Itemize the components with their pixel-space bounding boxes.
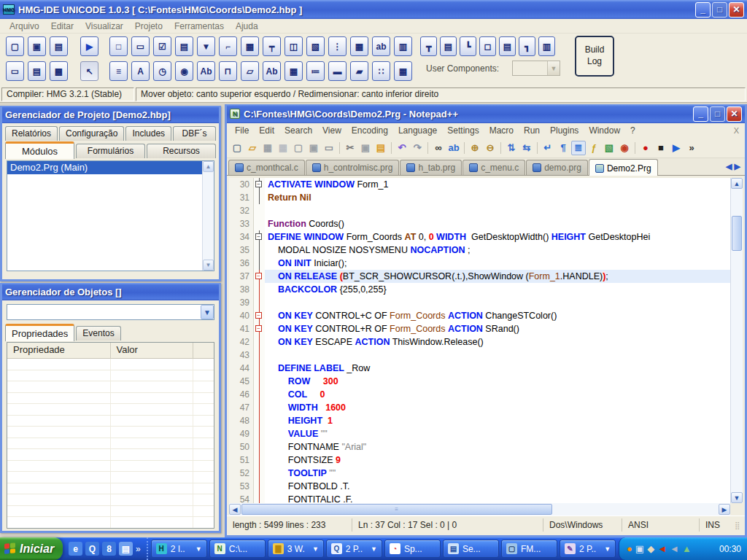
project-manager-titlebar[interactable]: Gerenciador de Projeto [Demo2.hbp] bbox=[2, 106, 219, 123]
resize-grip[interactable]: ⣿ bbox=[735, 521, 741, 529]
task-paint-group[interactable]: ✎2 P..▼ bbox=[560, 540, 616, 558]
zoom-in-icon[interactable]: ⊕ bbox=[468, 141, 482, 155]
menu-item-view[interactable]: View bbox=[317, 125, 347, 136]
copy-icon[interactable]: ▣ bbox=[358, 141, 373, 155]
doc-tab-demo.prg[interactable]: demo.prg bbox=[526, 160, 588, 175]
modules-listbox[interactable]: Demo2.Prg (Main) ▲ ▼ bbox=[7, 160, 214, 271]
code-line-32[interactable]: 32 bbox=[229, 204, 730, 217]
code-line-46[interactable]: 46 COL 0 bbox=[229, 388, 730, 401]
menu-item-encoding[interactable]: Encoding bbox=[347, 125, 393, 136]
object-selector-combo[interactable]: ▼ bbox=[7, 304, 214, 320]
hscroll-thumb[interactable]: ≡ bbox=[241, 504, 552, 515]
combobox-control-button[interactable]: ▼ bbox=[197, 36, 215, 56]
code-line-49[interactable]: 49 VALUE "" bbox=[229, 427, 730, 440]
run-project-button[interactable]: ▶ bbox=[80, 36, 98, 56]
scroll-up-icon[interactable]: ▲ bbox=[731, 178, 743, 189]
minimize-button[interactable]: _ bbox=[695, 2, 711, 18]
textbox-ab-control-button[interactable]: Ab bbox=[197, 61, 215, 81]
code-line-50[interactable]: 50 FONTNAME "Arial" bbox=[229, 440, 730, 454]
fold-collapse-icon[interactable]: − bbox=[255, 325, 262, 332]
player-control-button[interactable]: ▰ bbox=[350, 61, 368, 81]
save-all-icon[interactable]: ▦ bbox=[276, 141, 290, 155]
code-line-48[interactable]: 48 HEIGHT 1 bbox=[229, 414, 730, 427]
animation-control-button[interactable]: ▱ bbox=[241, 61, 259, 81]
save-file-icon[interactable]: ▦ bbox=[260, 141, 275, 155]
monitoring-icon[interactable]: ◉ bbox=[617, 141, 632, 155]
toolbar-overflow-icon[interactable]: » bbox=[684, 141, 699, 155]
menu-item-ajuda[interactable]: Ajuda bbox=[231, 20, 263, 32]
center-window-button[interactable]: ◻ bbox=[479, 36, 496, 56]
menu-item-plugins[interactable]: Plugins bbox=[545, 125, 584, 136]
align-right-button[interactable]: ┓ bbox=[519, 36, 535, 56]
align-bottom-button[interactable]: ┗ bbox=[460, 36, 476, 56]
menu-item-visualizar[interactable]: Visualizar bbox=[80, 20, 128, 32]
menu-item-settings[interactable]: Settings bbox=[442, 125, 484, 136]
code-line-34[interactable]: 34−DEFINE WINDOW Form_Coords AT 0, 0 WID… bbox=[229, 230, 730, 244]
checklist-control-button[interactable]: ≔ bbox=[306, 61, 325, 81]
code-line-33[interactable]: 33Function Coords() bbox=[229, 217, 730, 230]
image-control-button[interactable]: ▧ bbox=[306, 36, 325, 56]
hyperlink-control-button[interactable]: Ab bbox=[263, 61, 281, 81]
code-line-40[interactable]: 40− ON KEY CONTROL+C OF Form_Coords ACTI… bbox=[229, 309, 730, 322]
timer-control-button[interactable]: ◷ bbox=[153, 61, 171, 81]
align-top-button[interactable]: ┳ bbox=[420, 36, 437, 56]
doc-tab-demo2.prg[interactable]: Demo2.Prg bbox=[589, 159, 658, 176]
editor-hscrollbar[interactable]: ◀ ≡ ▶ bbox=[229, 503, 730, 516]
scroll-down-icon[interactable]: ▼ bbox=[731, 492, 743, 503]
code-line-38[interactable]: 38 BACKCOLOR {255,0,255} bbox=[229, 283, 730, 296]
scroll-up-icon[interactable]: ▲ bbox=[203, 161, 214, 172]
fold-collapse-icon[interactable]: − bbox=[255, 273, 262, 279]
menu-item-search[interactable]: Search bbox=[279, 125, 317, 136]
list-item[interactable]: Demo2.Prg (Main) bbox=[7, 161, 214, 174]
grid-control-button[interactable]: ▦ bbox=[241, 36, 259, 56]
menu-item-projeto[interactable]: Projeto bbox=[130, 20, 168, 32]
tree-control-button[interactable]: ⋮ bbox=[328, 36, 347, 56]
datepicker-control-button[interactable]: ▦ bbox=[350, 36, 368, 56]
tab-relatórios[interactable]: Relatórios bbox=[5, 126, 58, 141]
macro-play-icon[interactable]: ▶ bbox=[669, 141, 684, 155]
scroll-right-icon[interactable]: ▶ bbox=[719, 504, 730, 515]
columns-layout-button[interactable]: ▥ bbox=[538, 36, 555, 56]
code-line-41[interactable]: 41− ON KEY CONTROL+R OF Form_Coords ACTI… bbox=[229, 322, 730, 335]
checkbox-control-button[interactable]: ☑ bbox=[153, 36, 171, 56]
open-file-icon[interactable]: ▱ bbox=[245, 141, 260, 155]
task-chrome[interactable]: ◔Sp... bbox=[384, 540, 441, 558]
slider-control-button[interactable]: ▬ bbox=[328, 61, 347, 81]
menu-item-macro[interactable]: Macro bbox=[484, 125, 519, 136]
tab-includes[interactable]: Includes bbox=[125, 126, 171, 141]
close-all-icon[interactable]: ▣ bbox=[306, 141, 321, 155]
scroll-down-icon[interactable]: ▼ bbox=[203, 260, 214, 271]
browse-db-control-button[interactable]: ▦ bbox=[394, 61, 412, 81]
macro-record-icon[interactable]: ● bbox=[638, 141, 653, 155]
monthcal-control-button[interactable]: ▦ bbox=[285, 61, 303, 81]
menu-item-run[interactable]: Run bbox=[519, 125, 545, 136]
window-form-button[interactable]: ▭ bbox=[6, 61, 24, 81]
search-icon[interactable]: Q bbox=[85, 542, 99, 556]
find-icon[interactable]: ∞ bbox=[431, 141, 446, 155]
tab-scroll-left-icon[interactable]: ◀ bbox=[726, 162, 732, 171]
editbox-control-button[interactable]: ▭ bbox=[131, 36, 150, 56]
menu-item-file[interactable]: File bbox=[230, 125, 254, 136]
scanner-icon[interactable]: ◆ bbox=[647, 544, 654, 553]
word-wrap-icon[interactable]: ↵ bbox=[541, 141, 555, 155]
task-explorer-group[interactable]: ▇3 W.▼ bbox=[268, 540, 324, 558]
tab-scroll-right-icon[interactable]: ▶ bbox=[735, 162, 740, 171]
fold-collapse-icon[interactable]: − bbox=[255, 233, 262, 240]
code-line-42[interactable]: 42 ON KEY ESCAPE ACTION ThisWindow.Relea… bbox=[229, 335, 730, 349]
user-components-combo[interactable]: ▼ bbox=[512, 61, 560, 76]
remote-desktop-icon[interactable]: ▣ bbox=[635, 544, 644, 553]
zoom-out-icon[interactable]: ⊖ bbox=[483, 141, 498, 155]
code-line-39[interactable]: 39 bbox=[229, 296, 730, 309]
quick-launch-overflow-icon[interactable]: » bbox=[136, 544, 141, 554]
frame-control-button[interactable]: ∷ bbox=[372, 61, 390, 81]
fold-collapse-icon[interactable]: − bbox=[255, 181, 262, 187]
notes-icon[interactable]: ▤ bbox=[119, 542, 133, 556]
button-control-button[interactable]: □ bbox=[109, 36, 128, 56]
cut-icon[interactable]: ✂ bbox=[343, 141, 357, 155]
new-folder-button[interactable]: ▤ bbox=[50, 36, 68, 56]
code-line-54[interactable]: 54 FONTITALIC .F. bbox=[229, 493, 730, 503]
close-file-icon[interactable]: ▢ bbox=[291, 141, 306, 155]
volume-alert-icon[interactable]: ◄ bbox=[657, 544, 667, 553]
sync-scroll-v-icon[interactable]: ⇅ bbox=[504, 141, 519, 155]
tab-control-button[interactable]: ⊓ bbox=[219, 61, 237, 81]
